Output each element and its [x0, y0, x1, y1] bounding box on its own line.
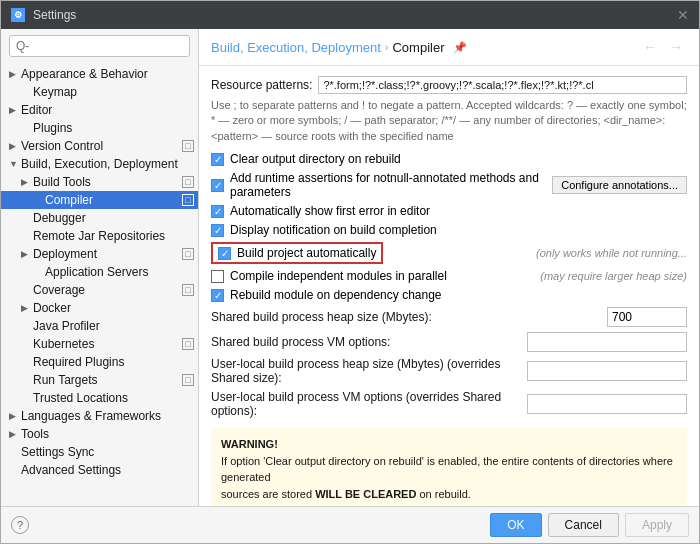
- sidebar-item-settings-sync[interactable]: Settings Sync: [1, 443, 198, 461]
- arrow-icon: ▶: [9, 69, 21, 79]
- checkbox-compile-parallel: Compile independent modules in parallel …: [211, 269, 687, 283]
- build-auto-highlighted: ✓ Build project automatically: [211, 242, 383, 264]
- nav-arrows: ← →: [639, 37, 687, 57]
- checkbox-rebuild-dependency-cb[interactable]: ✓: [211, 289, 224, 302]
- expand-icon: □: [182, 194, 194, 206]
- sidebar-item-deployment[interactable]: ▶ Deployment □: [1, 245, 198, 263]
- sidebar-item-trusted-locations[interactable]: Trusted Locations: [1, 389, 198, 407]
- checkbox-rebuild-dependency-label: Rebuild module on dependency change: [230, 288, 442, 302]
- resource-patterns-label: Resource patterns:: [211, 76, 318, 92]
- sidebar-item-editor[interactable]: ▶ Editor: [1, 101, 198, 119]
- user-vm-options-row: User-local build process VM options (ove…: [211, 390, 687, 418]
- sidebar-item-required-plugins[interactable]: Required Plugins: [1, 353, 198, 371]
- sidebar-item-debugger[interactable]: Debugger: [1, 209, 198, 227]
- vm-options-row: Shared build process VM options:: [211, 332, 687, 352]
- checkbox-clear-output: ✓ Clear output directory on rebuild: [211, 152, 687, 166]
- panel-header: Build, Execution, Deployment › Compiler …: [199, 29, 699, 66]
- forward-button[interactable]: →: [665, 37, 687, 57]
- user-heap-size-label: User-local build process heap size (Mbyt…: [211, 357, 527, 385]
- sidebar-item-remote-jar[interactable]: Remote Jar Repositories: [1, 227, 198, 245]
- sidebar: ▶ Appearance & Behavior Keymap ▶ Editor …: [1, 29, 199, 506]
- sidebar-item-run-targets[interactable]: Run Targets □: [1, 371, 198, 389]
- checkbox-display-notification: ✓ Display notification on build completi…: [211, 223, 687, 237]
- checkbox-add-runtime: ✓ Add runtime assertions for notnull-ann…: [211, 171, 687, 199]
- search-box[interactable]: [9, 35, 190, 57]
- vm-options-label: Shared build process VM options:: [211, 335, 527, 349]
- sidebar-item-label: Languages & Frameworks: [21, 409, 194, 423]
- checkbox-build-auto-cb[interactable]: ✓: [218, 247, 231, 260]
- sidebar-item-docker[interactable]: ▶ Docker: [1, 299, 198, 317]
- back-button[interactable]: ←: [639, 37, 661, 57]
- sidebar-item-languages[interactable]: ▶ Languages & Frameworks: [1, 407, 198, 425]
- sidebar-item-appearance[interactable]: ▶ Appearance & Behavior: [1, 65, 198, 83]
- checkbox-add-runtime-label: Add runtime assertions for notnull-annot…: [230, 171, 546, 199]
- configure-annotations-button[interactable]: Configure annotations...: [552, 176, 687, 194]
- build-auto-note: (only works while not running...: [536, 247, 687, 259]
- sidebar-item-label: Docker: [33, 301, 194, 315]
- heap-size-input[interactable]: [607, 307, 687, 327]
- expand-icon: □: [182, 140, 194, 152]
- sidebar-item-version-control[interactable]: ▶ Version Control □: [1, 137, 198, 155]
- sidebar-item-java-profiler[interactable]: Java Profiler: [1, 317, 198, 335]
- sidebar-item-label: Deployment: [33, 247, 182, 261]
- sidebar-item-label: Settings Sync: [21, 445, 194, 459]
- checkbox-clear-output-cb[interactable]: ✓: [211, 153, 224, 166]
- compile-parallel-note: (may require larger heap size): [540, 270, 687, 282]
- sidebar-item-label: Remote Jar Repositories: [33, 229, 194, 243]
- sidebar-item-compiler[interactable]: Compiler □: [1, 191, 198, 209]
- panel-content: Resource patterns: Use ; to separate pat…: [199, 66, 699, 506]
- sidebar-item-tools[interactable]: ▶ Tools: [1, 425, 198, 443]
- resource-patterns-input[interactable]: [318, 76, 687, 94]
- sidebar-item-keymap[interactable]: Keymap: [1, 83, 198, 101]
- settings-window: ⚙ Settings ✕ ▶ Appearance & Behavior Key…: [0, 0, 700, 544]
- nav-tree: ▶ Appearance & Behavior Keymap ▶ Editor …: [1, 63, 198, 481]
- ok-button[interactable]: OK: [490, 513, 541, 537]
- user-vm-options-input[interactable]: [527, 394, 687, 414]
- sidebar-item-plugins[interactable]: Plugins: [1, 119, 198, 137]
- warning-text: If option 'Clear output directory on reb…: [221, 453, 677, 503]
- user-heap-size-input[interactable]: [527, 361, 687, 381]
- apply-button[interactable]: Apply: [625, 513, 689, 537]
- pin-icon: 📌: [453, 41, 467, 54]
- arrow-icon: ▶: [9, 141, 21, 151]
- checkbox-add-runtime-cb[interactable]: ✓: [211, 179, 224, 192]
- checkbox-display-notification-label: Display notification on build completion: [230, 223, 437, 237]
- checkbox-compile-parallel-cb[interactable]: [211, 270, 224, 283]
- checkbox-compile-parallel-label: Compile independent modules in parallel: [230, 269, 447, 283]
- warning-text3: on rebuild.: [416, 488, 470, 500]
- sidebar-item-label: Editor: [21, 103, 194, 117]
- heap-size-row: Shared build process heap size (Mbytes):: [211, 307, 687, 327]
- expand-icon: □: [182, 284, 194, 296]
- bottom-bar: ? OK Cancel Apply: [1, 506, 699, 543]
- sidebar-item-label: Appearance & Behavior: [21, 67, 194, 81]
- close-button[interactable]: ✕: [677, 7, 689, 23]
- cancel-button[interactable]: Cancel: [548, 513, 619, 537]
- warning-box: WARNING! If option 'Clear output directo…: [211, 428, 687, 506]
- checkbox-display-notification-cb[interactable]: ✓: [211, 224, 224, 237]
- sidebar-item-build-tools[interactable]: ▶ Build Tools □: [1, 173, 198, 191]
- heap-size-label: Shared build process heap size (Mbytes):: [211, 310, 607, 324]
- search-input[interactable]: [16, 39, 183, 53]
- checkbox-build-auto-label: Build project automatically: [237, 246, 376, 260]
- breadcrumb-parent[interactable]: Build, Execution, Deployment: [211, 40, 381, 55]
- expand-icon: □: [182, 248, 194, 260]
- help-button[interactable]: ?: [11, 516, 29, 534]
- sidebar-item-app-servers[interactable]: Application Servers: [1, 263, 198, 281]
- sidebar-item-kubernetes[interactable]: Kubernetes □: [1, 335, 198, 353]
- sidebar-item-advanced-settings[interactable]: Advanced Settings: [1, 461, 198, 479]
- sidebar-item-label: Trusted Locations: [33, 391, 194, 405]
- window-title: Settings: [33, 8, 76, 22]
- checkbox-auto-show-errors-cb[interactable]: ✓: [211, 205, 224, 218]
- sidebar-item-coverage[interactable]: Coverage □: [1, 281, 198, 299]
- hint-text: Use ; to separate patterns and ! to nega…: [211, 98, 687, 144]
- breadcrumb: Build, Execution, Deployment › Compiler …: [211, 40, 467, 55]
- sidebar-item-label: Coverage: [33, 283, 182, 297]
- warning-text-bold: WILL BE CLEARED: [315, 488, 416, 500]
- main-panel: Build, Execution, Deployment › Compiler …: [199, 29, 699, 506]
- arrow-icon: ▶: [21, 303, 33, 313]
- expand-icon: □: [182, 374, 194, 386]
- sidebar-item-build-exec[interactable]: ▼ Build, Execution, Deployment: [1, 155, 198, 173]
- vm-options-input[interactable]: [527, 332, 687, 352]
- checkbox-rebuild-dependency: ✓ Rebuild module on dependency change: [211, 288, 687, 302]
- sidebar-item-label: Java Profiler: [33, 319, 194, 333]
